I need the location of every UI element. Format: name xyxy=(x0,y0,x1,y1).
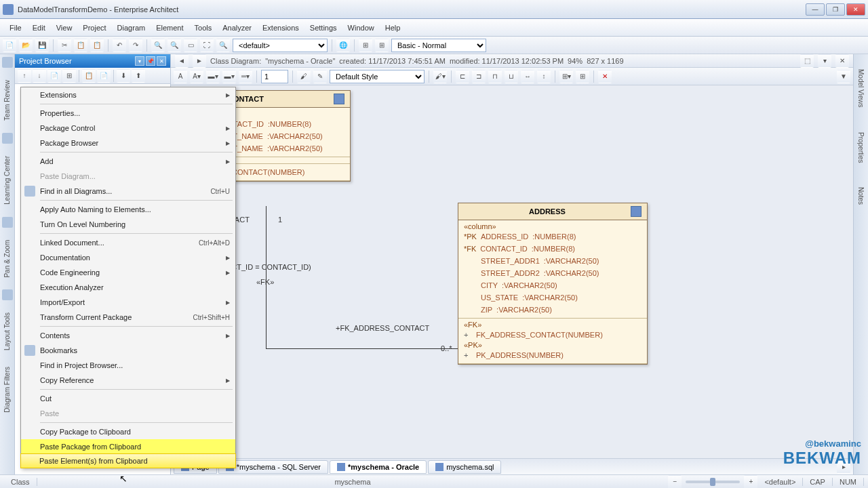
save-button[interactable]: 💾 xyxy=(35,39,49,52)
canvas-down-button[interactable]: ▾ xyxy=(818,54,831,68)
delete-button[interactable]: ✕ xyxy=(598,70,612,83)
zoom-in-status[interactable]: + xyxy=(744,475,757,489)
rail-filters[interactable]: Diagram Filters xyxy=(2,363,12,417)
style-combo[interactable]: Basic - Normal xyxy=(391,39,486,52)
filter-button[interactable]: ▼ xyxy=(837,70,850,83)
brush-button[interactable]: 🖌 xyxy=(297,70,311,83)
color-button[interactable]: A▾ xyxy=(190,70,203,83)
cm-item-copy-package-to-clipboard[interactable]: Copy Package to Clipboard xyxy=(21,424,235,439)
fill-button[interactable]: ▬▾ xyxy=(206,70,220,83)
rail-icon[interactable] xyxy=(2,57,13,68)
align-right-button[interactable]: ⊐ xyxy=(472,70,486,83)
zoom-out-status[interactable]: − xyxy=(668,475,682,489)
line-button[interactable]: ▬▾ xyxy=(222,70,236,83)
menu-diagram[interactable]: Diagram xyxy=(112,21,151,35)
rail-icon[interactable] xyxy=(2,133,13,144)
cm-item-find-in-project-browser[interactable]: Find in Project Browser... xyxy=(21,358,235,373)
expand-icon[interactable]: + xyxy=(464,349,472,361)
tab-sql[interactable]: myschema.sql xyxy=(428,460,501,474)
rail-icon[interactable] xyxy=(2,289,13,300)
undo-button[interactable]: ↶ xyxy=(113,39,126,52)
menu-extensions[interactable]: Extensions xyxy=(257,21,304,35)
browser-pin-button[interactable]: 📌 xyxy=(146,56,155,66)
cm-item-paste-diagram[interactable]: Paste Diagram... xyxy=(21,169,235,184)
menu-window[interactable]: Window xyxy=(342,21,380,35)
nav-fwd-button[interactable]: ► xyxy=(193,54,206,68)
same-height-button[interactable]: ↕ xyxy=(537,70,551,83)
rail-icon[interactable] xyxy=(2,217,13,228)
entity-address[interactable]: ADDRESS «column» *PKADDRESS_ID:NUMBER(8)… xyxy=(458,203,648,365)
align-left-button[interactable]: ⊏ xyxy=(456,70,469,83)
cm-item-copy-reference[interactable]: Copy Reference▶ xyxy=(21,373,235,388)
browser-ul-button[interactable]: ⬆ xyxy=(132,69,145,83)
style-select[interactable]: Default Style xyxy=(330,70,425,83)
browser-model-button[interactable]: ⊞ xyxy=(62,69,76,83)
default-combo[interactable]: <default> xyxy=(233,39,328,52)
redo-button[interactable]: ↷ xyxy=(129,39,142,52)
browser-new-button[interactable]: 📄 xyxy=(47,69,61,83)
browser-doc-button[interactable]: 📄 xyxy=(97,69,111,83)
rail-learning[interactable]: Learning Center xyxy=(2,152,12,209)
diagram-area[interactable]: CONTACT » NTACT_ID:NUMBER(8) ST_NAME:VAR… xyxy=(171,85,853,458)
rail-properties[interactable]: Properties xyxy=(856,128,866,167)
cm-item-documentation[interactable]: Documentation▶ xyxy=(21,250,235,265)
globe-button[interactable]: 🌐 xyxy=(336,39,350,52)
open-button[interactable]: 📂 xyxy=(19,39,33,52)
browser-copy-button[interactable]: 📋 xyxy=(82,69,96,83)
cm-item-import-export[interactable]: Import/Export▶ xyxy=(21,295,235,310)
cm-item-paste-package-from-clipboard[interactable]: Paste Package from Clipboard xyxy=(21,439,235,454)
tab-oracle[interactable]: *myschema - Oracle xyxy=(330,460,427,474)
zoom-in-button[interactable]: 🔍 xyxy=(151,39,165,52)
menu-view[interactable]: View xyxy=(51,21,78,35)
close-button[interactable]: ✕ xyxy=(846,3,865,16)
rail-model-views[interactable]: Model Views xyxy=(856,65,866,112)
canvas-close-button[interactable]: ✕ xyxy=(835,54,849,68)
thick-button[interactable]: ═▾ xyxy=(239,70,252,83)
zoom-slider[interactable] xyxy=(686,481,740,483)
rail-notes[interactable]: Notes xyxy=(856,183,866,209)
same-width-button[interactable]: ↔ xyxy=(521,70,534,83)
cm-item-paste-element-s-from-clipboard[interactable]: Paste Element(s) from Clipboard xyxy=(20,453,236,468)
cm-item-find-in-all-diagrams[interactable]: Find in all Diagrams...Ctrl+U xyxy=(21,184,235,199)
menu-settings[interactable]: Settings xyxy=(304,21,342,35)
style-apply-button[interactable]: 🖌▾ xyxy=(433,70,447,83)
menu-edit[interactable]: Edit xyxy=(27,21,51,35)
cm-item-package-control[interactable]: Package Control▶ xyxy=(21,121,235,136)
minimize-button[interactable]: — xyxy=(806,3,825,16)
browser-close-button[interactable]: ✕ xyxy=(157,56,166,66)
browser-dl-button[interactable]: ⬇ xyxy=(117,69,130,83)
rail-layout[interactable]: Layout Tools xyxy=(2,308,12,354)
cm-item-execution-analyzer[interactable]: Execution Analyzer xyxy=(21,280,235,295)
expand-icon[interactable]: + xyxy=(464,329,472,341)
menu-tools[interactable]: Tools xyxy=(189,21,218,35)
cm-item-transform-current-package[interactable]: Transform Current PackageCtrl+Shift+H xyxy=(21,310,235,325)
edit-button[interactable]: ✎ xyxy=(313,70,327,83)
layout-button[interactable]: ⊞ xyxy=(375,39,389,52)
canvas-up-button[interactable]: ⬚ xyxy=(800,54,814,68)
cm-item-contents[interactable]: Contents▶ xyxy=(21,328,235,343)
cm-item-properties[interactable]: Properties... xyxy=(21,106,235,121)
cm-item-turn-on-level-numbering[interactable]: Turn On Level Numbering xyxy=(21,217,235,232)
cm-item-add[interactable]: Add▶ xyxy=(21,154,235,169)
menu-analyzer[interactable]: Analyzer xyxy=(217,21,257,35)
maximize-button[interactable]: ❐ xyxy=(826,3,845,16)
copy-button[interactable]: 📋 xyxy=(74,39,87,52)
cut-button[interactable]: ✂ xyxy=(58,39,71,52)
cm-item-bookmarks[interactable]: Bookmarks xyxy=(21,343,235,358)
cm-item-extensions[interactable]: Extensions▶ xyxy=(21,87,235,102)
search-button[interactable]: 🔍 xyxy=(216,39,230,52)
cm-item-apply-auto-naming-to-elements[interactable]: Apply Auto Naming to Elements... xyxy=(21,202,235,217)
font-button[interactable]: A xyxy=(174,70,187,83)
menu-project[interactable]: Project xyxy=(77,21,111,35)
cm-item-linked-document[interactable]: Linked Document...Ctrl+Alt+D xyxy=(21,235,235,250)
grid-button[interactable]: ⊞ xyxy=(576,70,589,83)
align-bottom-button[interactable]: ⊔ xyxy=(505,70,518,83)
cm-item-code-engineering[interactable]: Code Engineering▶ xyxy=(21,265,235,280)
zoom-out-button[interactable]: 🔍 xyxy=(167,39,181,52)
toolbox-button[interactable]: ⊞ xyxy=(359,39,372,52)
align-top-button[interactable]: ⊓ xyxy=(488,70,502,83)
cm-item-package-browser[interactable]: Package Browser▶ xyxy=(21,136,235,150)
zoom-input[interactable] xyxy=(261,70,288,83)
nav-back-button[interactable]: ◄ xyxy=(175,54,189,68)
rail-team-review[interactable]: Team Review xyxy=(2,76,12,125)
